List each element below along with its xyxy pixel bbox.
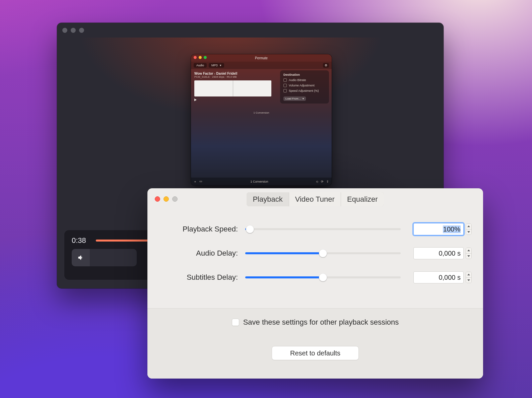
stepper-up[interactable] — [466, 248, 471, 254]
audio-delay-label: Audio Delay: — [159, 249, 238, 258]
permute-title: Permute — [255, 56, 268, 60]
stepper-down[interactable] — [466, 278, 471, 283]
stepper-down[interactable] — [466, 229, 471, 235]
permute-format-chip[interactable]: MP3▾ — [209, 63, 224, 68]
playback-speed-stepper[interactable] — [466, 223, 472, 235]
chevron-up-icon — [467, 274, 470, 275]
traffic-lights — [62, 28, 84, 33]
traffic-lights — [155, 196, 178, 202]
stop-icon[interactable]: ⦸ — [316, 180, 318, 184]
permute-track-meta: PCM_S16LE · 2304 kbps · 55,4 MB — [194, 75, 271, 78]
permute-opt-speed: Speed Adjustment (%) — [289, 89, 319, 92]
slider-thumb[interactable] — [319, 249, 327, 257]
elapsed-time: 0:38 — [72, 236, 90, 245]
slider-thumb[interactable] — [319, 273, 327, 281]
plus-icon[interactable]: ＋ — [194, 180, 197, 184]
subtitles-delay-input[interactable]: 0,000 s — [413, 271, 464, 283]
permute-opt-bitrate: Audio Bitrate — [289, 78, 306, 82]
permute-status: 1 Conversion — [191, 111, 332, 114]
audio-delay-slider[interactable] — [245, 252, 401, 254]
chevron-up-icon — [467, 250, 470, 251]
permute-side-heading: Destination — [283, 73, 326, 76]
stepper-up[interactable] — [466, 224, 471, 229]
stepper-down[interactable] — [466, 254, 471, 259]
permute-toolbar: Audio MP3▾ ⚙ — [191, 62, 332, 69]
playback-speed-label: Playback Speed: — [159, 225, 238, 234]
permute-bottom-count: 1 Conversion — [250, 180, 268, 183]
slider-thumb[interactable] — [246, 225, 254, 233]
run-icon[interactable]: ⟳ — [321, 180, 324, 184]
chevron-down-icon — [467, 255, 470, 257]
permute-window: Permute Audio MP3▾ ⚙ Wow Factor - Daniel… — [191, 54, 332, 186]
minimize-dot[interactable] — [71, 28, 76, 33]
image-icon[interactable]: ▭ — [199, 180, 202, 184]
tab-equalizer[interactable]: Equalizer — [341, 192, 384, 206]
chevron-down-icon: ▾ — [303, 97, 304, 100]
zoom-icon-disabled — [172, 196, 178, 202]
close-icon[interactable] — [155, 196, 160, 202]
playback-speed-input[interactable]: 100% — [413, 223, 464, 235]
chevron-down-icon — [467, 279, 470, 281]
chevron-up-icon — [467, 225, 470, 227]
background-titlebar — [57, 23, 444, 38]
zoom-dot[interactable] — [79, 28, 84, 33]
permute-waveform — [194, 80, 271, 96]
permute-zoom-icon[interactable] — [204, 56, 207, 59]
permute-side-panel: Destination Audio Bitrate Volume Adjustm… — [280, 70, 329, 104]
permute-track-title: Wow Factor - Daniel Fridell — [194, 72, 271, 75]
checkbox-icon[interactable] — [283, 89, 287, 92]
checkbox-icon[interactable] — [283, 84, 287, 87]
permute-type-chip[interactable]: Audio — [194, 63, 207, 68]
checkbox-icon[interactable] — [283, 78, 287, 82]
export-icon[interactable]: ⇪ — [326, 180, 329, 184]
playback-speed-slider[interactable] — [245, 228, 401, 230]
playback-settings-panel: Playback Video Tuner Equalizer Playback … — [147, 188, 483, 379]
permute-opt-volume: Volume Adjustment — [289, 84, 315, 87]
subtitles-delay-slider[interactable] — [245, 276, 401, 278]
tab-segmented-control: Playback Video Tuner Equalizer — [247, 192, 384, 206]
permute-settings-icon[interactable]: ⚙ — [323, 63, 329, 68]
tab-video-tuner[interactable]: Video Tuner — [289, 192, 341, 206]
volume-button[interactable] — [72, 249, 90, 266]
reset-defaults-button[interactable]: Reset to defaults — [272, 346, 359, 360]
permute-play-icon[interactable] — [194, 98, 197, 101]
volume-slider[interactable] — [90, 249, 137, 266]
tab-playback[interactable]: Playback — [247, 192, 289, 206]
stepper-up[interactable] — [466, 272, 471, 278]
subtitles-delay-stepper[interactable] — [466, 272, 472, 283]
close-dot[interactable] — [62, 28, 67, 33]
save-settings-label: Save these settings for other playback s… — [243, 318, 399, 327]
speaker-icon — [77, 254, 84, 261]
permute-load-from-button[interactable]: Load From…▾ — [283, 96, 306, 101]
minimize-icon[interactable] — [163, 196, 169, 202]
permute-bottom-bar: ＋ ▭ 1 Conversion ⦸ ⟳ ⇪ — [191, 178, 332, 186]
chevron-down-icon: ▾ — [220, 64, 221, 67]
save-settings-checkbox[interactable] — [232, 319, 239, 326]
subtitles-delay-label: Subtitles Delay: — [159, 273, 238, 282]
permute-close-icon[interactable] — [194, 56, 197, 59]
audio-delay-input[interactable]: 0,000 s — [413, 247, 464, 259]
chevron-down-icon — [467, 231, 470, 233]
permute-minimize-icon[interactable] — [199, 56, 202, 59]
audio-delay-stepper[interactable] — [466, 248, 472, 259]
